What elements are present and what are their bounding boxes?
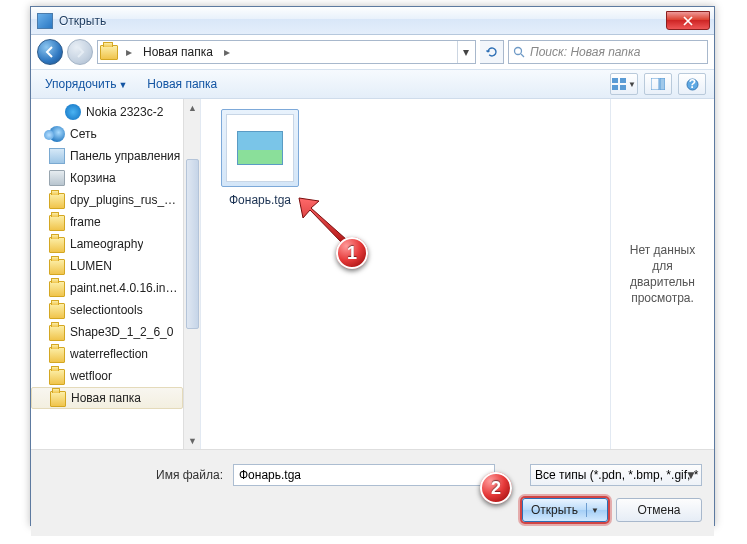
fold-icon [49, 193, 65, 209]
fold-icon [50, 391, 66, 407]
tree-item[interactable]: paint.net.4.0.16.install [31, 277, 200, 299]
callout-marker-2: 2 [480, 472, 512, 504]
fold-icon [49, 281, 65, 297]
svg-rect-1 [612, 78, 618, 83]
nav-bar: ▸ Новая папка ▸ ▾ Поиск: Новая папка [31, 35, 714, 69]
tree-item-label: selectiontools [70, 303, 143, 317]
breadcrumb-segment[interactable]: Новая папка [140, 45, 216, 59]
tree-item-label: paint.net.4.0.16.install [70, 281, 182, 295]
scroll-thumb[interactable] [186, 159, 199, 329]
svg-text:?: ? [688, 78, 695, 91]
tree-item-label: dpy_plugins_rus_8_1 [70, 193, 182, 207]
tree-item[interactable]: LUMEN [31, 255, 200, 277]
tree-item-label: frame [70, 215, 101, 229]
dialog-body: Nokia 2323c-2СетьПанель управленияКорзин… [31, 99, 714, 449]
window-title: Открыть [59, 14, 106, 28]
image-thumbnail-icon [237, 131, 283, 165]
tree-item-label: Lameography [70, 237, 143, 251]
address-bar[interactable]: ▸ Новая папка ▸ ▾ [97, 40, 476, 64]
refresh-icon [485, 45, 499, 59]
svg-rect-4 [620, 85, 626, 90]
tree-item-label: wetfloor [70, 369, 112, 383]
toolbar: Упорядочить▼ Новая папка ▼ ? [31, 69, 714, 99]
tree-item-label: Корзина [70, 171, 116, 185]
tree-item[interactable]: Панель управления [31, 145, 200, 167]
open-button[interactable]: Открыть ▼ [522, 498, 608, 522]
svg-rect-2 [620, 78, 626, 83]
bt-icon [65, 104, 81, 120]
filename-input[interactable] [233, 464, 495, 486]
tree-item[interactable]: Lameography [31, 233, 200, 255]
preview-pane-icon [651, 78, 665, 90]
tree-item[interactable]: wetfloor [31, 365, 200, 387]
tree-item[interactable]: Nokia 2323c-2 [31, 101, 200, 123]
fold-icon [49, 259, 65, 275]
preview-pane-button[interactable] [644, 73, 672, 95]
svg-rect-6 [660, 78, 665, 90]
preview-pane: Нет данных для дварительн просмотра. [610, 99, 714, 449]
scroll-down-button[interactable]: ▼ [184, 432, 201, 449]
tree-item[interactable]: frame [31, 211, 200, 233]
new-folder-button[interactable]: Новая папка [141, 74, 223, 94]
svg-point-0 [515, 47, 522, 54]
tree-item-label: Сеть [70, 127, 97, 141]
file-name: Фонарь.tga [211, 193, 309, 207]
forward-button [67, 39, 93, 65]
preview-empty-text: Нет данных для дварительн просмотра. [619, 242, 706, 307]
net-icon [49, 126, 65, 142]
title-bar[interactable]: Открыть [31, 7, 714, 35]
fold-icon [49, 303, 65, 319]
search-placeholder: Поиск: Новая папка [530, 45, 640, 59]
fold-icon [49, 369, 65, 385]
footer: Имя файла: Все типы (*.pdn, *.bmp, *.gif… [31, 449, 714, 536]
thumbnails-icon [612, 78, 626, 90]
address-dropdown-button[interactable]: ▾ [457, 41, 473, 63]
back-button[interactable] [37, 39, 63, 65]
tree-item-label: LUMEN [70, 259, 112, 273]
app-icon [37, 13, 53, 29]
tree-item-label: Shape3D_1_2_6_0 [70, 325, 173, 339]
organize-dropdown[interactable]: Упорядочить▼ [39, 74, 133, 94]
cp-icon [49, 148, 65, 164]
filename-label: Имя файла: [43, 468, 223, 482]
nav-tree[interactable]: Nokia 2323c-2СетьПанель управленияКорзин… [31, 99, 201, 449]
file-item[interactable]: Фонарь.tga [211, 109, 309, 207]
tree-item-label: Nokia 2323c-2 [86, 105, 163, 119]
file-list[interactable]: Фонарь.tga [201, 99, 610, 449]
svg-rect-5 [651, 78, 659, 90]
tree-scrollbar[interactable]: ▲ ▼ [183, 99, 200, 449]
tree-item[interactable]: waterreflection [31, 343, 200, 365]
chevron-down-icon: ▼ [683, 467, 699, 483]
help-button[interactable]: ? [678, 73, 706, 95]
tree-item-label: Панель управления [70, 149, 180, 163]
search-icon [513, 46, 526, 59]
fold-icon [49, 215, 65, 231]
tree-item[interactable]: selectiontools [31, 299, 200, 321]
view-mode-button[interactable]: ▼ [610, 73, 638, 95]
callout-marker-1: 1 [336, 237, 368, 269]
close-icon [683, 16, 693, 26]
tree-item[interactable]: dpy_plugins_rus_8_1 [31, 189, 200, 211]
open-dialog: Открыть ▸ Новая папка ▸ ▾ Поиск: Новая п… [30, 6, 715, 526]
forward-arrow-icon [73, 45, 87, 59]
fold-icon [49, 347, 65, 363]
tree-item-label: Новая папка [71, 391, 141, 405]
tree-item[interactable]: Shape3D_1_2_6_0 [31, 321, 200, 343]
close-button[interactable] [666, 11, 710, 30]
search-input[interactable]: Поиск: Новая папка [508, 40, 708, 64]
breadcrumb-chevron-icon: ▸ [122, 45, 136, 59]
back-arrow-icon [43, 45, 57, 59]
breadcrumb-chevron-icon: ▸ [220, 45, 234, 59]
scroll-up-button[interactable]: ▲ [184, 99, 201, 116]
tree-item[interactable]: Новая папка [31, 387, 183, 409]
svg-rect-3 [612, 85, 618, 90]
tree-item[interactable]: Сеть [31, 123, 200, 145]
refresh-button[interactable] [480, 40, 504, 64]
fold-icon [49, 325, 65, 341]
chevron-down-icon: ▼ [591, 506, 599, 515]
file-type-combo[interactable]: Все типы (*.pdn, *.bmp, *.gif, * ▼ [530, 464, 702, 486]
tree-item[interactable]: Корзина [31, 167, 200, 189]
help-icon: ? [686, 78, 699, 91]
fold-icon [49, 237, 65, 253]
cancel-button[interactable]: Отмена [616, 498, 702, 522]
